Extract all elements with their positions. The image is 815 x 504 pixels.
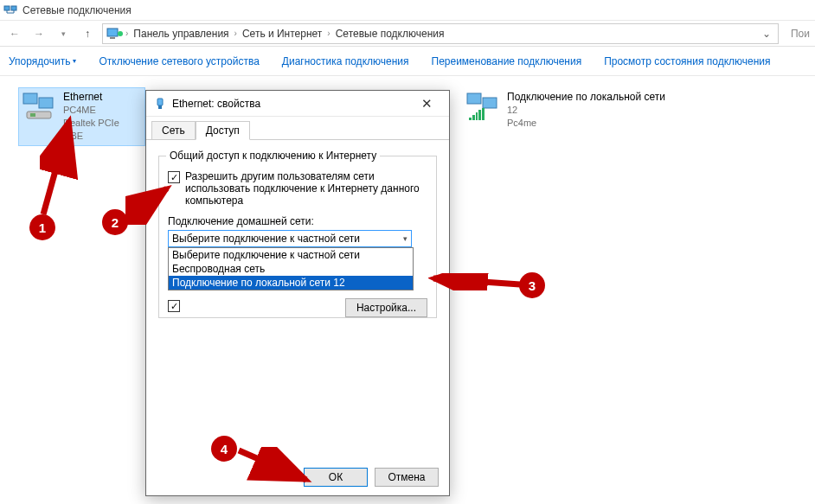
chevron-right-icon: ›	[125, 29, 128, 38]
forward-button[interactable]: →	[29, 24, 48, 43]
svg-rect-9	[467, 93, 481, 104]
rename-connection[interactable]: Переименование подключения	[432, 55, 582, 67]
adapter-device: Pc4me	[507, 117, 665, 130]
home-connection-label: Подключение домашней сети:	[168, 215, 427, 227]
svg-rect-6	[39, 98, 53, 108]
combo-option[interactable]: Выберите подключение к частной сети	[169, 248, 413, 262]
svg-rect-12	[158, 105, 162, 109]
tab-network[interactable]: Сеть	[151, 121, 196, 140]
search-placeholder: Пои	[784, 28, 810, 40]
settings-button[interactable]: Настройка...	[345, 298, 427, 317]
adapter-ethernet[interactable]: Ethernet PC4ME Realtek PCIe GBE	[19, 88, 144, 145]
svg-rect-2	[107, 29, 118, 36]
adapter-device: Realtek PCIe GBE	[63, 117, 142, 143]
chevron-right-icon: ›	[327, 29, 330, 38]
adapter-status: PC4ME	[63, 104, 142, 117]
svg-point-4	[118, 31, 123, 36]
view-status[interactable]: Просмотр состояния подключения	[604, 55, 770, 67]
nav-bar: ← → ▾ ↑ › Панель управления › Сеть и Инт…	[0, 21, 815, 47]
allow-control-checkbox[interactable]	[168, 300, 180, 312]
svg-rect-3	[110, 37, 115, 39]
organize-menu[interactable]: Упорядочить▾	[9, 55, 76, 67]
ok-button[interactable]: ОК	[304, 468, 368, 487]
adapter-name: Подключение по локальной сети	[507, 91, 665, 104]
control-panel-icon	[106, 27, 124, 41]
combo-option[interactable]: Подключение по локальной сети 12	[169, 276, 413, 290]
adapter-status: 12	[507, 104, 665, 117]
up-button[interactable]: ↑	[78, 24, 97, 43]
svg-rect-10	[483, 98, 497, 108]
dialog-body: Общий доступ к подключению к Интернету Р…	[146, 140, 449, 469]
adapter-name: Ethernet	[63, 91, 142, 104]
combo-selected-text: Выберите подключение к частной сети	[172, 233, 360, 245]
svg-rect-11	[157, 99, 163, 105]
disable-device[interactable]: Отключение сетевого устройства	[99, 55, 259, 67]
svg-rect-0	[4, 6, 10, 10]
diagnose-connection[interactable]: Диагностика подключения	[282, 55, 409, 67]
callout-1: 1	[29, 214, 55, 240]
cancel-button[interactable]: Отмена	[375, 468, 439, 487]
svg-rect-8	[30, 113, 35, 117]
svg-rect-5	[23, 93, 37, 104]
dialog-title: Ethernet: свойства	[172, 98, 411, 110]
home-connection-combo[interactable]: Выберите подключение к частной сети ▾ Вы…	[168, 230, 412, 247]
window-titlebar: Сетевые подключения	[0, 0, 815, 21]
dialog-button-row: ОК Отмена	[304, 468, 439, 487]
chevron-down-icon: ▾	[403, 234, 408, 243]
crumb-control-panel[interactable]: Панель управления	[130, 28, 232, 40]
breadcrumb[interactable]: › Панель управления › Сеть и Интернет › …	[102, 23, 779, 44]
crumb-network-internet[interactable]: Сеть и Интернет	[239, 28, 325, 40]
ethernet-icon	[153, 97, 167, 111]
close-button[interactable]: ✕	[411, 93, 442, 114]
signal-bars-icon	[469, 108, 485, 120]
internet-sharing-group: Общий доступ к подключению к Интернету Р…	[158, 156, 437, 318]
adapter-lan[interactable]: Подключение по локальной сети 12 Pc4me	[463, 88, 688, 132]
history-dropdown[interactable]: ▾	[54, 24, 73, 43]
allow-sharing-checkbox[interactable]	[168, 171, 180, 183]
network-icon	[3, 3, 17, 17]
chevron-down-icon: ▾	[73, 57, 76, 65]
combo-dropdown-list: Выберите подключение к частной сети Бесп…	[168, 247, 414, 290]
dialog-titlebar[interactable]: Ethernet: свойства ✕	[146, 91, 449, 117]
properties-dialog: Ethernet: свойства ✕ Сеть Доступ Общий д…	[145, 90, 450, 496]
crumb-connections[interactable]: Сетевые подключения	[332, 28, 448, 40]
tab-bar: Сеть Доступ	[146, 117, 449, 140]
combo-option[interactable]: Беспроводная сеть	[169, 262, 413, 276]
window-title: Сетевые подключения	[22, 4, 132, 16]
callout-3: 3	[519, 272, 545, 298]
back-button[interactable]: ←	[5, 24, 24, 43]
svg-rect-1	[11, 6, 16, 10]
allow-sharing-label: Разрешить другим пользователям сети испо…	[185, 170, 427, 207]
toolbar: Упорядочить▾ Отключение сетевого устройс…	[0, 47, 815, 76]
breadcrumb-dropdown[interactable]: ⌄	[759, 28, 774, 40]
ethernet-adapter-icon	[22, 91, 56, 122]
chevron-right-icon: ›	[234, 29, 237, 38]
group-legend: Общий доступ к подключению к Интернету	[166, 150, 380, 162]
callout-4: 4	[211, 436, 237, 462]
callout-2: 2	[102, 209, 128, 235]
tab-sharing[interactable]: Доступ	[196, 121, 250, 140]
